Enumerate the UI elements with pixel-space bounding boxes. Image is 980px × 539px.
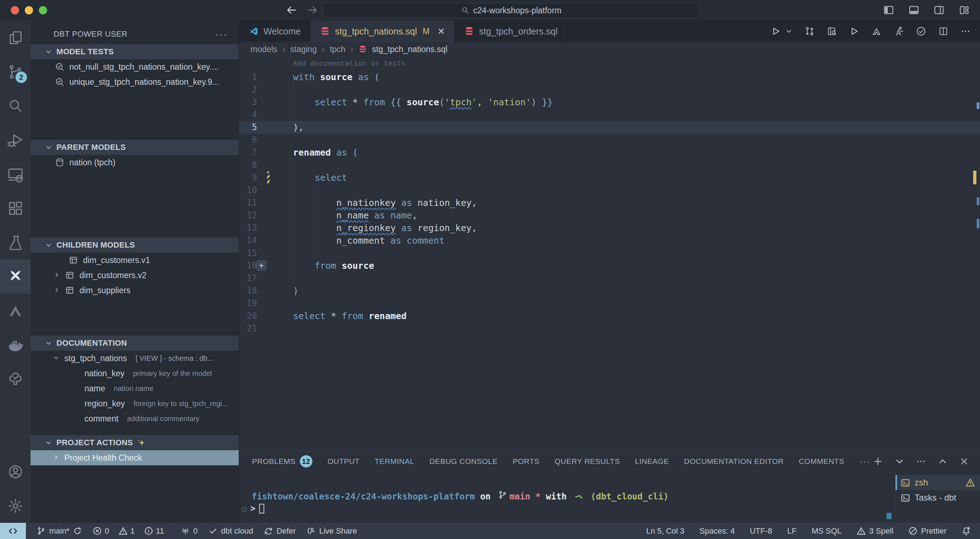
status-cursor-position[interactable]: Ln 5, Col 3 bbox=[646, 526, 684, 536]
status-problems[interactable]: 0111 bbox=[93, 526, 170, 536]
activity-item-docker[interactable] bbox=[0, 328, 30, 362]
zoom-window-button[interactable] bbox=[39, 6, 47, 14]
maximize-panel-button[interactable] bbox=[937, 456, 948, 466]
breadcrumb-item[interactable]: models bbox=[251, 45, 277, 54]
activity-item-testing[interactable] bbox=[0, 225, 30, 259]
layout-sidebar-right-icon[interactable] bbox=[933, 4, 945, 16]
sidebar-item[interactable]: unique_stg_tpch_nations_nation_key.9... bbox=[30, 75, 239, 89]
section-header-documentation[interactable]: DOCUMENTATION bbox=[30, 335, 239, 351]
terminal-tab-zsh[interactable]: zsh bbox=[896, 475, 980, 490]
overview-ruler[interactable] bbox=[973, 56, 980, 451]
panel-more-button[interactable] bbox=[916, 456, 926, 466]
activity-item-explorer[interactable] bbox=[0, 21, 30, 55]
status-prettier[interactable]: Prettier bbox=[908, 526, 947, 536]
terminal-tab-tasks-dbt[interactable]: Tasks - dbt bbox=[896, 490, 980, 505]
sidebar-item[interactable]: not_null_stg_tpch_nations_nation_key.... bbox=[30, 59, 239, 75]
status-indentation[interactable]: Spaces: 4 bbox=[700, 526, 735, 536]
status-language-mode[interactable]: MS SQL bbox=[812, 526, 842, 536]
sidebar-item[interactable]: stg_tpch_nations[ VIEW ] - schema : db..… bbox=[30, 351, 239, 366]
activity-item-altimate[interactable] bbox=[0, 294, 30, 328]
panel-tab-comments[interactable]: COMMENTS bbox=[799, 457, 845, 466]
status-spell-checker[interactable]: 3 Spell bbox=[857, 526, 893, 536]
terminal-input-line[interactable]: ○ > bbox=[239, 503, 895, 514]
sidebar-more-actions-button[interactable]: ··· bbox=[215, 28, 228, 40]
activity-item-search[interactable] bbox=[0, 89, 30, 123]
sidebar-item[interactable]: nation_keyprimary key of the model bbox=[30, 366, 239, 381]
close-tab-button[interactable]: ✕ bbox=[438, 26, 445, 37]
split-editor-button[interactable] bbox=[938, 26, 948, 36]
compare-results-button[interactable] bbox=[805, 26, 815, 36]
panel-tab-query-results[interactable]: QUERY RESULTS bbox=[555, 457, 620, 466]
run-query-button[interactable] bbox=[771, 26, 781, 36]
navigate-forward-button[interactable] bbox=[307, 4, 318, 16]
new-terminal-button[interactable] bbox=[873, 456, 883, 466]
activity-item-settings[interactable] bbox=[0, 489, 30, 523]
sidebar-item[interactable]: dim_customers.v2 bbox=[30, 268, 239, 283]
panel-tab-problems[interactable]: PROBLEMS12 bbox=[252, 455, 312, 467]
open-preview-button[interactable] bbox=[827, 26, 837, 36]
status-notifications[interactable] bbox=[962, 526, 970, 536]
section-header-parent-models[interactable]: PARENT MODELS bbox=[30, 140, 239, 155]
breadcrumb-item[interactable]: tpch bbox=[330, 45, 345, 54]
panel-tabs-overflow-button[interactable]: ··· bbox=[859, 456, 870, 466]
close-panel-button[interactable] bbox=[959, 456, 969, 466]
layout-panel-icon[interactable] bbox=[908, 4, 920, 16]
codelens-action[interactable]: Add documentation or tests bbox=[293, 58, 980, 71]
tab-stg-tpch-orders-sql[interactable]: stg_tpch_orders.sql bbox=[455, 21, 567, 42]
activity-item-run-and-debug[interactable] bbox=[0, 123, 30, 157]
activity-item-dbt-power-user[interactable] bbox=[0, 259, 30, 294]
panel-tab-terminal[interactable]: TERMINAL bbox=[375, 457, 414, 466]
remote-indicator[interactable] bbox=[0, 523, 26, 539]
navigate-back-button[interactable] bbox=[286, 4, 297, 16]
sidebar-item[interactable]: dim_customers.v1 bbox=[30, 253, 239, 268]
sidebar-item[interactable]: commentadditional commentary bbox=[30, 411, 239, 426]
panel-tab-debug-console[interactable]: DEBUG CONSOLE bbox=[429, 457, 498, 466]
panel-tab-ports[interactable]: PORTS bbox=[513, 457, 539, 466]
activity-item-source-control[interactable]: 2 bbox=[0, 55, 30, 89]
layout-customize-icon[interactable] bbox=[958, 4, 970, 16]
sidebar-item[interactable]: dim_suppliers bbox=[30, 283, 239, 298]
section-header-children-models[interactable]: CHILDREN MODELS bbox=[30, 237, 239, 253]
breadcrumb[interactable]: models›staging›tpch›stg_tpch_nations.sql bbox=[239, 42, 980, 56]
breadcrumb-file[interactable]: stg_tpch_nations.sql bbox=[372, 45, 447, 54]
sidebar-item[interactable]: namenation name bbox=[30, 381, 239, 396]
tab-stg-tpch-nations-sql[interactable]: stg_tpch_nations.sqlM✕ bbox=[310, 21, 455, 42]
layout-sidebar-left-icon[interactable] bbox=[883, 4, 894, 16]
section-header-model-tests[interactable]: MODEL TESTS bbox=[30, 44, 239, 59]
tab-welcome[interactable]: Welcome bbox=[239, 21, 310, 42]
status-dbt-cloud[interactable]: dbt cloud bbox=[208, 526, 253, 536]
code-editor[interactable]: Add documentation or tests 1with source … bbox=[239, 56, 980, 451]
panel-tab-lineage[interactable]: LINEAGE bbox=[635, 457, 669, 466]
panel-tab-output[interactable]: OUTPUT bbox=[328, 457, 360, 466]
command-center-search[interactable]: c24-workshops-platform bbox=[323, 3, 700, 18]
add-line-button[interactable]: + bbox=[256, 261, 266, 270]
test-model-button[interactable] bbox=[916, 26, 926, 36]
terminal-profile-button[interactable] bbox=[894, 456, 905, 466]
terminal-output[interactable]: fishtown/coalesce-24/c24-workshops-platf… bbox=[239, 471, 895, 523]
altimate-scan-button[interactable] bbox=[872, 26, 881, 36]
status-eol[interactable]: LF bbox=[787, 526, 797, 536]
run-options-chevron[interactable] bbox=[785, 28, 792, 35]
more-actions-button[interactable] bbox=[961, 26, 970, 36]
sidebar-item[interactable]: nation (tpch) bbox=[30, 155, 239, 170]
status-ports[interactable]: 0 bbox=[181, 526, 198, 536]
activity-item-accounts[interactable] bbox=[0, 455, 30, 489]
run-model-button[interactable] bbox=[894, 26, 904, 36]
status-defer[interactable]: Defer bbox=[264, 526, 296, 536]
sidebar-item[interactable]: region_keyforeign key to stg_tpch_regi..… bbox=[30, 396, 239, 411]
section-header-project-actions[interactable]: PROJECT ACTIONS bbox=[30, 435, 239, 450]
execute-sql-button[interactable] bbox=[849, 26, 859, 36]
breadcrumb-item[interactable]: staging bbox=[290, 45, 317, 54]
item-description: nation name bbox=[114, 385, 154, 393]
panel-tab-documentation-editor[interactable]: DOCUMENTATION EDITOR bbox=[684, 457, 784, 466]
activity-item-project-health[interactable] bbox=[0, 362, 30, 396]
minimize-window-button[interactable] bbox=[25, 6, 33, 14]
status-branch[interactable]: main* bbox=[37, 526, 82, 536]
close-window-button[interactable] bbox=[11, 6, 19, 14]
status-live-share[interactable]: Live Share bbox=[307, 526, 357, 536]
sidebar-item[interactable]: Project Health Check bbox=[30, 450, 239, 465]
status-encoding[interactable]: UTF-8 bbox=[750, 526, 772, 536]
activity-item-extensions[interactable] bbox=[0, 191, 30, 225]
altimate-icon bbox=[7, 302, 24, 319]
activity-item-remote-explorer[interactable] bbox=[0, 157, 30, 191]
